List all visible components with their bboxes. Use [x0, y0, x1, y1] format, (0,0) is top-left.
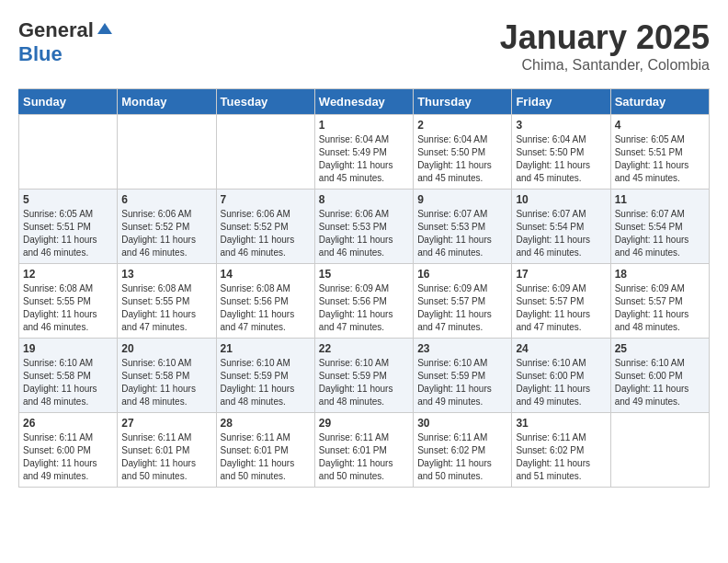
day-number: 15 [319, 268, 409, 281]
calendar-cell [216, 115, 314, 190]
calendar-header: SundayMondayTuesdayWednesdayThursdayFrid… [19, 89, 710, 115]
day-info: Sunrise: 6:04 AMSunset: 5:50 PMDaylight:… [516, 133, 606, 185]
calendar-cell: 2Sunrise: 6:04 AMSunset: 5:50 PMDaylight… [414, 115, 512, 190]
day-number: 4 [615, 119, 705, 132]
calendar-cell [118, 115, 216, 190]
calendar-cell: 16Sunrise: 6:09 AMSunset: 5:57 PMDayligh… [414, 264, 512, 339]
calendar-cell: 30Sunrise: 6:11 AMSunset: 6:02 PMDayligh… [414, 413, 512, 488]
day-info: Sunrise: 6:09 AMSunset: 5:57 PMDaylight:… [417, 282, 507, 334]
day-info: Sunrise: 6:11 AMSunset: 6:02 PMDaylight:… [516, 431, 606, 483]
calendar-cell: 3Sunrise: 6:04 AMSunset: 5:50 PMDaylight… [512, 115, 610, 190]
day-header-sunday: Sunday [19, 89, 118, 115]
day-info: Sunrise: 6:05 AMSunset: 5:51 PMDaylight:… [23, 208, 113, 259]
week-row-1: 5Sunrise: 6:05 AMSunset: 5:51 PMDaylight… [19, 190, 710, 264]
day-info: Sunrise: 6:10 AMSunset: 5:58 PMDaylight:… [121, 357, 211, 408]
day-number: 11 [615, 193, 705, 206]
main-title: January 2025 [500, 18, 710, 57]
day-number: 1 [319, 119, 409, 132]
logo-blue-text: Blue [18, 42, 63, 66]
day-info: Sunrise: 6:08 AMSunset: 5:55 PMDaylight:… [23, 282, 113, 334]
day-info: Sunrise: 6:10 AMSunset: 5:59 PMDaylight:… [417, 357, 507, 408]
calendar-cell: 31Sunrise: 6:11 AMSunset: 6:02 PMDayligh… [512, 413, 610, 488]
week-row-3: 19Sunrise: 6:10 AMSunset: 5:58 PMDayligh… [19, 339, 710, 413]
day-info: Sunrise: 6:05 AMSunset: 5:51 PMDaylight:… [615, 133, 705, 185]
calendar-cell: 21Sunrise: 6:10 AMSunset: 5:59 PMDayligh… [216, 339, 314, 413]
calendar-table: SundayMondayTuesdayWednesdayThursdayFrid… [18, 88, 710, 488]
day-info: Sunrise: 6:10 AMSunset: 6:00 PMDaylight:… [615, 357, 705, 408]
calendar-cell: 26Sunrise: 6:11 AMSunset: 6:00 PMDayligh… [19, 413, 118, 488]
calendar-cell: 11Sunrise: 6:07 AMSunset: 5:54 PMDayligh… [610, 190, 709, 264]
calendar-cell: 23Sunrise: 6:10 AMSunset: 5:59 PMDayligh… [414, 339, 512, 413]
calendar-cell: 5Sunrise: 6:05 AMSunset: 5:51 PMDaylight… [19, 190, 118, 264]
day-number: 13 [121, 268, 211, 281]
day-header-thursday: Thursday [414, 89, 512, 115]
svg-marker-0 [97, 23, 112, 34]
day-info: Sunrise: 6:09 AMSunset: 5:57 PMDaylight:… [516, 282, 606, 334]
calendar-cell: 9Sunrise: 6:07 AMSunset: 5:53 PMDaylight… [414, 190, 512, 264]
calendar-cell [610, 413, 709, 488]
day-number: 27 [121, 417, 211, 430]
day-info: Sunrise: 6:09 AMSunset: 5:56 PMDaylight:… [319, 282, 409, 334]
calendar-cell: 19Sunrise: 6:10 AMSunset: 5:58 PMDayligh… [19, 339, 118, 413]
calendar-cell: 24Sunrise: 6:10 AMSunset: 6:00 PMDayligh… [512, 339, 610, 413]
day-info: Sunrise: 6:10 AMSunset: 5:59 PMDaylight:… [319, 357, 409, 408]
day-info: Sunrise: 6:06 AMSunset: 5:52 PMDaylight:… [221, 208, 311, 259]
day-info: Sunrise: 6:11 AMSunset: 6:00 PMDaylight:… [23, 431, 113, 483]
calendar-cell: 20Sunrise: 6:10 AMSunset: 5:58 PMDayligh… [118, 339, 216, 413]
day-number: 5 [23, 193, 113, 206]
day-header-tuesday: Tuesday [216, 89, 314, 115]
day-info: Sunrise: 6:10 AMSunset: 5:59 PMDaylight:… [221, 357, 311, 408]
calendar-cell: 18Sunrise: 6:09 AMSunset: 5:57 PMDayligh… [610, 264, 709, 339]
day-number: 28 [221, 417, 311, 430]
day-number: 31 [516, 417, 606, 430]
calendar-cell: 17Sunrise: 6:09 AMSunset: 5:57 PMDayligh… [512, 264, 610, 339]
day-number: 26 [23, 417, 113, 430]
day-info: Sunrise: 6:09 AMSunset: 5:57 PMDaylight:… [615, 282, 705, 334]
calendar-cell: 13Sunrise: 6:08 AMSunset: 5:55 PMDayligh… [118, 264, 216, 339]
day-info: Sunrise: 6:06 AMSunset: 5:53 PMDaylight:… [319, 208, 409, 259]
day-number: 25 [615, 342, 705, 355]
day-info: Sunrise: 6:11 AMSunset: 6:01 PMDaylight:… [319, 431, 409, 483]
calendar-cell: 27Sunrise: 6:11 AMSunset: 6:01 PMDayligh… [118, 413, 216, 488]
calendar-cell: 14Sunrise: 6:08 AMSunset: 5:56 PMDayligh… [216, 264, 314, 339]
calendar-cell: 25Sunrise: 6:10 AMSunset: 6:00 PMDayligh… [610, 339, 709, 413]
page-header: General Blue January 2025 Chima, Santand… [18, 18, 710, 74]
calendar-cell: 8Sunrise: 6:06 AMSunset: 5:53 PMDaylight… [314, 190, 413, 264]
calendar-cell: 28Sunrise: 6:11 AMSunset: 6:01 PMDayligh… [216, 413, 314, 488]
day-number: 29 [319, 417, 409, 430]
calendar-cell: 4Sunrise: 6:05 AMSunset: 5:51 PMDaylight… [610, 115, 709, 190]
calendar-cell: 29Sunrise: 6:11 AMSunset: 6:01 PMDayligh… [314, 413, 413, 488]
day-info: Sunrise: 6:04 AMSunset: 5:49 PMDaylight:… [319, 133, 409, 185]
day-number: 14 [221, 268, 311, 281]
day-number: 10 [516, 193, 606, 206]
day-info: Sunrise: 6:07 AMSunset: 5:54 PMDaylight:… [516, 208, 606, 259]
day-header-friday: Friday [512, 89, 610, 115]
day-number: 16 [417, 268, 507, 281]
day-number: 9 [417, 193, 507, 206]
calendar-cell [19, 115, 118, 190]
day-number: 12 [23, 268, 113, 281]
day-info: Sunrise: 6:10 AMSunset: 5:58 PMDaylight:… [23, 357, 113, 408]
day-number: 6 [121, 193, 211, 206]
header-row: SundayMondayTuesdayWednesdayThursdayFrid… [19, 89, 710, 115]
day-info: Sunrise: 6:11 AMSunset: 6:02 PMDaylight:… [417, 431, 507, 483]
day-number: 2 [417, 119, 507, 132]
day-number: 7 [221, 193, 311, 206]
day-info: Sunrise: 6:04 AMSunset: 5:50 PMDaylight:… [417, 133, 507, 185]
day-number: 8 [319, 193, 409, 206]
week-row-2: 12Sunrise: 6:08 AMSunset: 5:55 PMDayligh… [19, 264, 710, 339]
calendar-cell: 1Sunrise: 6:04 AMSunset: 5:49 PMDaylight… [314, 115, 413, 190]
calendar-cell: 15Sunrise: 6:09 AMSunset: 5:56 PMDayligh… [314, 264, 413, 339]
day-number: 18 [615, 268, 705, 281]
calendar-cell: 7Sunrise: 6:06 AMSunset: 5:52 PMDaylight… [216, 190, 314, 264]
day-header-saturday: Saturday [610, 89, 709, 115]
day-number: 22 [319, 342, 409, 355]
day-info: Sunrise: 6:08 AMSunset: 5:55 PMDaylight:… [121, 282, 211, 334]
day-number: 3 [516, 119, 606, 132]
day-info: Sunrise: 6:07 AMSunset: 5:53 PMDaylight:… [417, 208, 507, 259]
day-info: Sunrise: 6:08 AMSunset: 5:56 PMDaylight:… [221, 282, 311, 334]
day-info: Sunrise: 6:11 AMSunset: 6:01 PMDaylight:… [221, 431, 311, 483]
day-header-monday: Monday [118, 89, 216, 115]
day-info: Sunrise: 6:06 AMSunset: 5:52 PMDaylight:… [121, 208, 211, 259]
week-row-0: 1Sunrise: 6:04 AMSunset: 5:49 PMDaylight… [19, 115, 710, 190]
